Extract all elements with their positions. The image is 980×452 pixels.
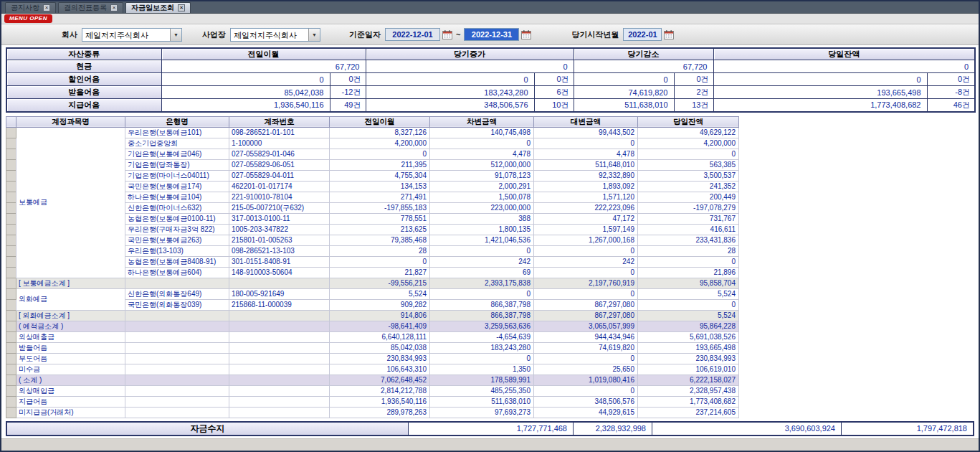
account-label-cell[interactable]: 외상매입금 — [16, 385, 125, 396]
debit-amount-cell[interactable]: 3,259,563,636 — [430, 321, 534, 331]
daily-balance-cell[interactable]: 230,834,993 — [638, 353, 739, 364]
credit-amount-cell[interactable]: 0 — [534, 138, 638, 149]
debit-amount-cell[interactable]: 97,693,273 — [430, 407, 534, 418]
row-selector[interactable] — [6, 138, 16, 149]
row-selector[interactable] — [6, 170, 16, 181]
tab-notice[interactable]: 공지사항 × — [5, 2, 56, 13]
account-no-cell[interactable] — [229, 407, 330, 418]
daily-balance-cell[interactable]: 241,352 — [638, 181, 739, 192]
prev-carryover-cell[interactable]: -98,641,409 — [330, 321, 430, 331]
credit-amount-cell[interactable]: 944,434,946 — [534, 331, 638, 342]
credit-amount-cell[interactable]: 0 — [534, 385, 638, 396]
close-icon[interactable]: × — [110, 4, 118, 11]
account-no-cell[interactable]: 098-286521-01-101 — [229, 127, 330, 138]
account-no-cell[interactable]: 215868-11-000039 — [229, 299, 330, 310]
debit-amount-cell[interactable]: 0 — [430, 138, 534, 149]
daily-balance-cell[interactable]: 4,200,000 — [638, 138, 739, 149]
bank-name-cell[interactable]: 국민은행(보통예금174) — [125, 181, 229, 192]
site-select[interactable]: 제일저지주식회사 ▼ — [230, 28, 320, 42]
debit-amount-cell[interactable]: 1,500,078 — [430, 192, 534, 202]
bank-name-cell[interactable] — [125, 342, 229, 353]
bank-name-cell[interactable]: 농협은행(보통예금8408-91) — [125, 256, 229, 267]
tab-voucher-entry[interactable]: 결의전표등록 × — [58, 2, 123, 13]
prev-carryover-cell[interactable]: 4,755,304 — [330, 170, 430, 181]
prev-carryover-cell[interactable]: 28 — [330, 245, 430, 256]
prev-carryover-cell[interactable]: 909,282 — [330, 299, 430, 310]
prev-carryover-cell[interactable]: 7,062,648,452 — [330, 375, 430, 385]
daily-balance-cell[interactable]: 0 — [638, 149, 739, 159]
account-no-cell[interactable] — [229, 396, 330, 407]
credit-amount-cell[interactable]: 92,332,890 — [534, 170, 638, 181]
daily-balance-cell[interactable]: 0 — [638, 256, 739, 267]
row-selector[interactable] — [6, 321, 16, 331]
credit-amount-cell[interactable]: 0 — [534, 245, 638, 256]
bank-name-cell[interactable] — [125, 353, 229, 364]
debit-amount-cell[interactable]: 2,393,175,838 — [430, 278, 534, 288]
credit-amount-cell[interactable]: 99,443,502 — [534, 127, 638, 138]
row-selector[interactable] — [6, 278, 16, 288]
account-label-cell[interactable]: [ 보통예금소계 ] — [16, 278, 125, 288]
daily-balance-cell[interactable]: 237,214,605 — [638, 407, 739, 418]
company-select[interactable]: 제일저지주식회사 ▼ — [82, 28, 182, 42]
credit-amount-cell[interactable]: 3,065,057,999 — [534, 321, 638, 331]
prev-carryover-cell[interactable]: 230,834,993 — [330, 353, 430, 364]
daily-balance-cell[interactable]: 5,524 — [638, 288, 739, 299]
row-selector[interactable] — [6, 375, 16, 385]
period-start-input[interactable]: 2022-01 — [623, 28, 662, 41]
daily-balance-cell[interactable]: 95,858,704 — [638, 278, 739, 288]
row-selector[interactable] — [6, 149, 16, 159]
account-no-cell[interactable] — [229, 331, 330, 342]
credit-amount-cell[interactable]: 867,297,080 — [534, 310, 638, 321]
prev-carryover-cell[interactable]: 4,200,000 — [330, 138, 430, 149]
bank-name-cell[interactable]: 국민은행(보통예금263) — [125, 235, 229, 245]
daily-balance-cell[interactable]: 3,500,537 — [638, 170, 739, 181]
prev-carryover-cell[interactable]: 0 — [330, 256, 430, 267]
prev-carryover-cell[interactable]: 8,327,126 — [330, 127, 430, 138]
daily-balance-cell[interactable]: -197,078,279 — [638, 202, 739, 213]
bank-name-cell[interactable]: 신한은행(외화통장649) — [125, 288, 229, 299]
bank-name-cell[interactable] — [125, 396, 229, 407]
prev-carryover-cell[interactable]: 79,385,468 — [330, 235, 430, 245]
prev-carryover-cell[interactable]: -197,855,183 — [330, 202, 430, 213]
account-no-cell[interactable] — [229, 364, 330, 375]
bank-name-cell[interactable] — [125, 385, 229, 396]
account-no-cell[interactable]: 462201-01-017174 — [229, 181, 330, 192]
prev-carryover-cell[interactable]: 213,625 — [330, 224, 430, 235]
account-group-cell[interactable]: 외화예금 — [16, 288, 125, 310]
account-label-cell[interactable]: 외상매출금 — [16, 331, 125, 342]
account-no-cell[interactable]: 098-286521-13-103 — [229, 245, 330, 256]
debit-amount-cell[interactable]: 2,000,291 — [430, 181, 534, 192]
prev-carryover-cell[interactable]: 914,806 — [330, 310, 430, 321]
debit-amount-cell[interactable]: 388 — [430, 213, 534, 224]
account-no-cell[interactable] — [229, 353, 330, 364]
credit-amount-cell[interactable]: 1,571,120 — [534, 192, 638, 202]
account-no-cell[interactable]: 180-005-921649 — [229, 288, 330, 299]
daily-balance-cell[interactable]: 731,767 — [638, 213, 739, 224]
credit-amount-cell[interactable]: 44,929,615 — [534, 407, 638, 418]
debit-amount-cell[interactable]: 91,078,123 — [430, 170, 534, 181]
daily-balance-cell[interactable]: 416,611 — [638, 224, 739, 235]
prev-carryover-cell[interactable]: 85,042,038 — [330, 342, 430, 353]
debit-amount-cell[interactable]: 242 — [430, 256, 534, 267]
account-label-cell[interactable]: 미지급금(거래처) — [16, 407, 125, 418]
calendar-icon[interactable] — [521, 30, 531, 39]
credit-amount-cell[interactable]: 0 — [534, 353, 638, 364]
account-no-cell[interactable]: 301-0151-8408-91 — [229, 256, 330, 267]
row-selector[interactable] — [6, 396, 16, 407]
bank-name-cell[interactable]: 하나은행(보통예금604) — [125, 267, 229, 278]
credit-amount-cell[interactable]: 511,648,010 — [534, 159, 638, 170]
row-selector[interactable] — [6, 310, 16, 321]
daily-balance-cell[interactable]: 233,431,836 — [638, 235, 739, 245]
prev-carryover-cell[interactable]: -99,556,215 — [330, 278, 430, 288]
row-selector[interactable] — [6, 245, 16, 256]
account-no-cell[interactable]: 1-100000 — [229, 138, 330, 149]
row-selector[interactable] — [6, 235, 16, 245]
credit-amount-cell[interactable]: 348,506,576 — [534, 396, 638, 407]
credit-amount-cell[interactable]: 1,597,149 — [534, 224, 638, 235]
daily-balance-cell[interactable]: 193,665,498 — [638, 342, 739, 353]
debit-amount-cell[interactable]: 1,350 — [430, 364, 534, 375]
account-label-cell[interactable]: 지급어음 — [16, 396, 125, 407]
bank-name-cell[interactable]: 하나은행(보통예금104) — [125, 192, 229, 202]
account-label-cell[interactable]: [ 외화예금소계 ] — [16, 310, 125, 321]
daily-balance-cell[interactable]: 2,328,957,438 — [638, 385, 739, 396]
